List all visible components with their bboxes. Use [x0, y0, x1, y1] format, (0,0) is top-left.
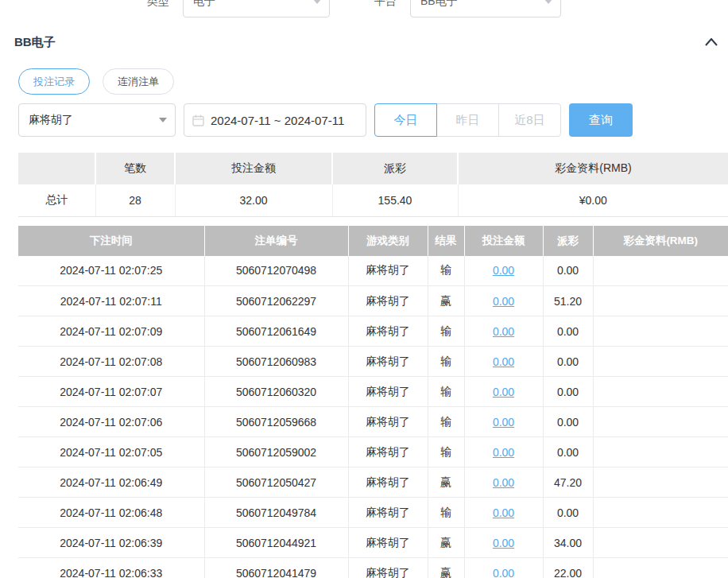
game-type-cell: 麻将胡了: [348, 558, 428, 578]
header-order-number: 注单编号: [204, 226, 348, 256]
bet-amount-link[interactable]: 0.00: [493, 446, 514, 459]
yesterday-button[interactable]: 昨日: [436, 103, 499, 137]
summary-header-bonus: 彩金资料(RMB): [458, 153, 728, 184]
bet-amount-link[interactable]: 0.00: [493, 386, 514, 398]
record-row: 2024-07-11 02:06:495060712050427麻将胡了赢0.0…: [18, 467, 728, 498]
total-label: 总计: [18, 184, 95, 216]
top-filter-strip: 类型 电子 平台 BB电子: [18, 0, 728, 17]
bet-amount-cell: 0.00: [464, 558, 543, 578]
type-select[interactable]: 电子: [183, 0, 330, 17]
bet-time-cell: 2024-07-11 02:07:09: [18, 316, 204, 347]
record-row: 2024-07-11 02:06:485060712049784麻将胡了输0.0…: [18, 498, 728, 528]
tab-cancelled-orders-label: 连消注单: [118, 75, 159, 89]
bet-time-cell: 2024-07-11 02:07:07: [18, 377, 204, 407]
result-cell: 赢: [428, 558, 464, 578]
platform-select[interactable]: BB电子: [410, 0, 561, 17]
header-bet-time: 下注时间: [18, 226, 204, 256]
chevron-down-icon: [159, 118, 167, 122]
summary-header-bet-amount: 投注金额: [175, 153, 332, 184]
tab-bet-records[interactable]: 投注记录: [18, 68, 90, 95]
payout-cell: 0.00: [543, 256, 593, 286]
bet-amount-link[interactable]: 0.00: [493, 325, 514, 338]
platform-select-value: BB电子: [420, 0, 458, 9]
payout-cell: 0.00: [543, 437, 593, 467]
date-range-picker[interactable]: 2024-07-11 ~ 2024-07-11: [184, 103, 366, 137]
bonus-cell: [593, 467, 728, 498]
result-cell: 输: [428, 316, 464, 347]
bonus-cell: [593, 286, 728, 316]
total-count: 28: [95, 184, 175, 216]
last-8-days-button[interactable]: 近8日: [498, 103, 561, 137]
bet-amount-link[interactable]: 0.00: [493, 295, 514, 308]
result-cell: 输: [428, 377, 464, 407]
bet-amount-cell: 0.00: [464, 407, 543, 437]
search-button[interactable]: 查询: [569, 103, 633, 137]
total-payout: 155.40: [332, 184, 458, 216]
platform-label: 平台: [374, 0, 397, 9]
payout-cell: 22.00: [543, 558, 593, 578]
date-range-value: 2024-07-11 ~ 2024-07-11: [211, 114, 344, 127]
page: 类型 电子 平台 BB电子 BB电子 投注记录 连消注单 麻将胡了: [0, 0, 728, 578]
bonus-cell: [593, 407, 728, 437]
record-row: 2024-07-11 02:07:065060712059668麻将胡了输0.0…: [18, 407, 728, 437]
records-tbody: 2024-07-11 02:07:255060712070498麻将胡了输0.0…: [18, 256, 728, 578]
bet-time-cell: 2024-07-11 02:07:08: [18, 347, 204, 377]
bet-amount-link[interactable]: 0.00: [493, 264, 514, 277]
payout-cell: 47.20: [543, 467, 593, 498]
today-button[interactable]: 今日: [374, 103, 437, 137]
summary-header-count: 笔数: [95, 153, 175, 184]
payout-cell: 0.00: [543, 347, 593, 377]
bet-amount-cell: 0.00: [464, 377, 543, 407]
header-game-type: 游戏类别: [348, 226, 428, 256]
game-type-cell: 麻将胡了: [348, 437, 428, 467]
summary-total-row: 总计 28 32.00 155.40 ¥0.00: [18, 184, 728, 216]
bet-time-cell: 2024-07-11 02:07:05: [18, 437, 204, 467]
payout-cell: 51.20: [543, 286, 593, 316]
bet-amount-link[interactable]: 0.00: [493, 476, 514, 489]
bet-time-cell: 2024-07-11 02:06:48: [18, 498, 204, 528]
order-number-cell: 5060712060983: [204, 347, 348, 377]
order-number-cell: 5060712049784: [204, 498, 348, 528]
bet-amount-link[interactable]: 0.00: [493, 355, 514, 368]
summary-header-payout: 派彩: [332, 153, 458, 184]
record-row: 2024-07-11 02:07:075060712060320麻将胡了输0.0…: [18, 377, 728, 407]
bonus-cell: [593, 437, 728, 467]
result-cell: 赢: [428, 286, 464, 316]
bet-amount-cell: 0.00: [464, 347, 543, 377]
bet-amount-link[interactable]: 0.00: [493, 416, 514, 429]
bonus-cell: [593, 377, 728, 407]
bonus-cell: [593, 528, 728, 558]
bet-amount-cell: 0.00: [464, 286, 543, 316]
bet-amount-cell: 0.00: [464, 467, 543, 498]
order-number-cell: 5060712061649: [204, 316, 348, 347]
bet-time-cell: 2024-07-11 02:06:49: [18, 467, 204, 498]
collapse-section-button[interactable]: [704, 35, 718, 49]
header-bet-amount: 投注金额: [464, 226, 543, 256]
summary-header-empty: [18, 153, 95, 184]
result-cell: 赢: [428, 467, 464, 498]
bet-time-cell: 2024-07-11 02:07:06: [18, 407, 204, 437]
record-row: 2024-07-11 02:07:255060712070498麻将胡了输0.0…: [18, 256, 728, 286]
bet-amount-link[interactable]: 0.00: [493, 537, 514, 549]
chevron-up-icon: [705, 38, 718, 46]
tab-cancelled-orders[interactable]: 连消注单: [103, 68, 174, 95]
result-cell: 输: [428, 407, 464, 437]
result-cell: 输: [428, 498, 464, 528]
quick-date-button-group: 今日 昨日 近8日: [374, 103, 561, 137]
calendar-icon: [192, 114, 204, 126]
bet-amount-link[interactable]: 0.00: [493, 506, 514, 519]
bonus-cell: [593, 316, 728, 347]
filter-bar: 麻将胡了 2024-07-11 ~ 2024-07-11 今日 昨日 近8日 查…: [18, 103, 728, 137]
chevron-down-icon: [313, 0, 321, 4]
record-row: 2024-07-11 02:06:395060712044921麻将胡了赢0.0…: [18, 528, 728, 558]
total-bonus: ¥0.00: [458, 184, 728, 216]
game-type-cell: 麻将胡了: [348, 286, 428, 316]
total-bet-amount: 32.00: [175, 184, 332, 216]
bet-amount-link[interactable]: 0.00: [493, 567, 514, 578]
game-select[interactable]: 麻将胡了: [18, 103, 176, 137]
tab-bet-records-label: 投注记录: [33, 75, 75, 89]
header-result: 结果: [428, 226, 464, 256]
order-number-cell: 5060712062297: [204, 286, 348, 316]
bet-time-cell: 2024-07-11 02:06:39: [18, 528, 204, 558]
order-number-cell: 5060712060320: [204, 377, 348, 407]
